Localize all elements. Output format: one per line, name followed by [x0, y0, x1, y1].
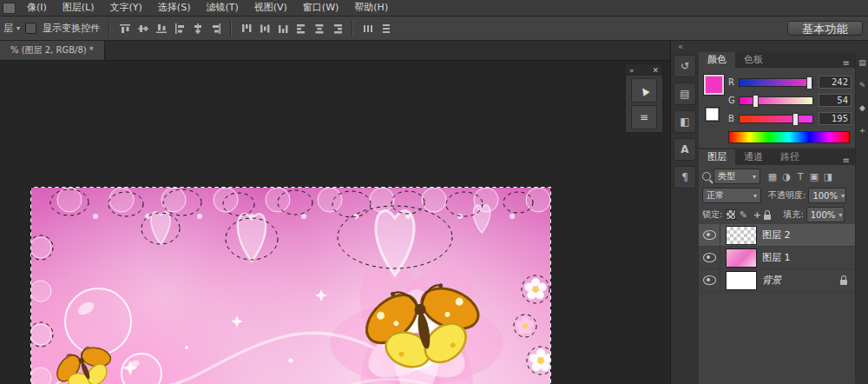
green-slider-thumb[interactable]	[753, 95, 759, 108]
foreground-color-swatch[interactable]	[704, 75, 724, 95]
float-adjust-tool-icon[interactable]: ≡	[631, 105, 657, 129]
distribute-top-edges-icon[interactable]	[237, 20, 255, 37]
layer-thumbnail[interactable]	[726, 271, 757, 290]
menu-window[interactable]: 窗口(W)	[295, 0, 346, 16]
visibility-toggle[interactable]	[699, 269, 720, 291]
panel-dock-icon-2[interactable]: ✎	[857, 77, 868, 93]
blue-slider[interactable]	[739, 115, 813, 123]
panel-dock-icon-4[interactable]: +	[857, 122, 868, 138]
align-top-edges-icon[interactable]	[115, 20, 134, 37]
eye-icon	[703, 230, 716, 240]
menu-layer[interactable]: 图层(L)	[55, 0, 102, 16]
tab-paths[interactable]: 路径	[772, 149, 808, 165]
visibility-toggle[interactable]	[699, 247, 720, 268]
color-spectrum-ramp[interactable]	[728, 131, 850, 143]
history-panel-icon[interactable]: ↺	[674, 55, 696, 77]
lock-transparent-pixels-icon[interactable]	[726, 209, 736, 220]
collapsed-panel-strip: ↺ ▤ ◧ A ¶	[673, 55, 697, 194]
distribute-horizontal-centers-icon[interactable]	[310, 20, 328, 37]
workspace-switcher-button[interactable]: 基本功能	[787, 21, 863, 36]
color-panel-body: R 242 G 54 B 195	[699, 68, 855, 148]
green-slider[interactable]	[739, 96, 813, 105]
collapse-dock-icon[interactable]: «	[678, 42, 683, 51]
tab-layers[interactable]: 图层	[699, 149, 735, 165]
distribute-right-edges-icon[interactable]	[328, 20, 346, 37]
show-transform-label[interactable]: 显示变换控件	[43, 22, 100, 35]
distribute-horizontal-spacing-icon[interactable]	[358, 20, 377, 37]
opacity-value-dropdown[interactable]: 100% ▾	[808, 188, 846, 203]
align-right-edges-icon[interactable]	[207, 20, 225, 37]
distribute-bottom-edges-icon[interactable]	[273, 20, 292, 37]
background-color-swatch[interactable]	[706, 108, 719, 121]
red-value[interactable]: 242	[819, 76, 852, 89]
app-icon	[3, 3, 16, 14]
paragraph-panel-icon[interactable]: ¶	[674, 166, 696, 189]
menu-bar: 像(I) 图层(L) 文字(Y) 选择(S) 滤镜(T) 视图(V) 窗口(W)…	[0, 0, 868, 17]
info-panel-icon[interactable]: ◧	[674, 110, 696, 133]
blend-mode-row: 正常 ▾ 不透明度: 100% ▾	[699, 186, 855, 205]
panel-dock-icon-3[interactable]: ◆	[857, 100, 868, 116]
layer-row-background[interactable]: 背景	[699, 269, 855, 292]
red-slider[interactable]	[739, 78, 813, 87]
floating-tool-panel: » ✕ ▲ ≡	[625, 63, 663, 133]
menu-filter[interactable]: 滤镜(T)	[198, 0, 246, 16]
panel-dock-icon-1[interactable]: ▤	[857, 55, 868, 70]
blue-value[interactable]: 195	[819, 112, 852, 125]
blue-slider-thumb[interactable]	[792, 113, 799, 126]
menu-help[interactable]: 帮助(H)	[346, 0, 396, 16]
chevron-down-icon: ▾	[838, 211, 842, 219]
document-tab[interactable]: % (图层 2, RGB/8) *	[0, 41, 105, 60]
show-transform-checkbox[interactable]	[25, 23, 36, 34]
lock-image-pixels-icon[interactable]: ✎	[736, 209, 750, 221]
lock-all-icon[interactable]	[764, 215, 771, 220]
layer-row-layer1[interactable]: 图层 1	[699, 247, 855, 269]
filter-pixel-layers-icon[interactable]: ▦	[766, 171, 779, 182]
character-panel-icon[interactable]: A	[674, 138, 696, 161]
distribute-vertical-spacing-icon[interactable]	[377, 20, 395, 37]
layer-thumbnail[interactable]	[726, 248, 757, 268]
panel-menu-icon[interactable]: ≡	[843, 156, 855, 165]
distribute-left-edges-icon[interactable]	[292, 20, 310, 37]
blend-mode-dropdown[interactable]: 正常 ▾	[702, 188, 761, 203]
menu-image[interactable]: 像(I)	[19, 0, 55, 16]
document-image[interactable]	[30, 187, 551, 384]
properties-panel-icon[interactable]: ▤	[674, 83, 696, 105]
auto-select-layer-label[interactable]: 层	[3, 22, 13, 35]
visibility-toggle[interactable]	[699, 224, 720, 246]
align-left-edges-icon[interactable]	[170, 20, 188, 37]
expand-panel-icon[interactable]: »	[629, 66, 635, 75]
layer-row-layer2[interactable]: 图层 2	[699, 224, 855, 247]
filter-shape-layers-icon[interactable]: ▣	[807, 171, 821, 182]
eye-icon	[703, 253, 716, 262]
right-edge-strip: ▤ ✎ ◆ +	[855, 55, 868, 376]
chevron-down-icon: ▾	[841, 192, 845, 200]
menu-select[interactable]: 选择(S)	[150, 0, 199, 16]
filter-smart-objects-icon[interactable]: ◨	[821, 171, 835, 182]
menu-view[interactable]: 视图(V)	[247, 0, 295, 16]
layer-thumbnail[interactable]	[726, 226, 757, 245]
menu-type[interactable]: 文字(Y)	[102, 0, 150, 16]
filter-type-dropdown[interactable]: 类型 ▾	[713, 169, 760, 184]
right-dock: « ↺ ▤ ◧ A ¶ 颜色 色板 ≡ R 242 G	[670, 41, 868, 384]
align-bottom-edges-icon[interactable]	[152, 20, 170, 37]
tab-channels[interactable]: 通道	[735, 149, 772, 165]
tab-swatches[interactable]: 色板	[735, 52, 772, 68]
align-vertical-centers-icon[interactable]	[134, 20, 152, 37]
layers-panel-tabs: 图层 通道 路径 ≡	[699, 149, 855, 165]
tab-color[interactable]: 颜色	[699, 52, 735, 68]
green-value[interactable]: 54	[819, 94, 852, 107]
chevron-down-icon[interactable]: ▾	[16, 24, 20, 32]
red-slider-thumb[interactable]	[806, 76, 812, 89]
lock-position-icon[interactable]: +	[750, 209, 764, 221]
canvas-area[interactable]	[0, 61, 670, 384]
panel-menu-icon[interactable]: ≡	[843, 58, 855, 68]
fill-value-dropdown[interactable]: 100% ▾	[806, 207, 845, 222]
layers-panel-body: 类型 ▾ ▦ ◑ T ▣ ◨ 正常 ▾ 不透明度: 100% ▾	[699, 165, 855, 384]
options-bar: 层 ▾ 显示变换控件 基本功能	[0, 17, 868, 41]
float-cursor-tool-icon[interactable]: ▲	[631, 78, 657, 103]
filter-type-layers-icon[interactable]: T	[793, 171, 807, 182]
filter-adjustment-layers-icon[interactable]: ◑	[779, 171, 793, 182]
distribute-vertical-centers-icon[interactable]	[255, 20, 273, 37]
close-icon[interactable]: ✕	[652, 66, 659, 75]
align-horizontal-centers-icon[interactable]	[188, 20, 207, 37]
